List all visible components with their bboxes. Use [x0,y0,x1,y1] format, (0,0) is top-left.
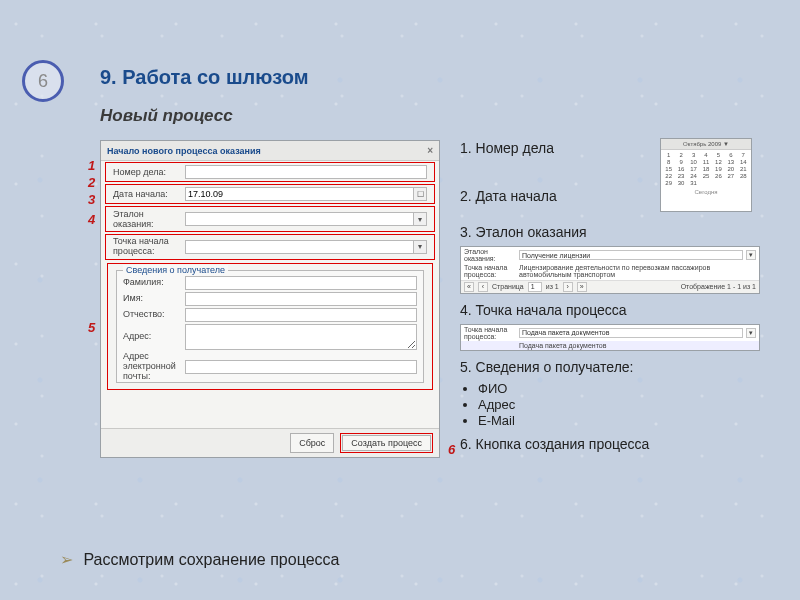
start-point-dropdown-preview: Точка начала процесса: ▾ Подача пакета д… [460,324,760,351]
annotation-6: 6. Кнопка создания процесса [460,436,780,452]
dialog-title-text: Начало нового процесса оказания [107,146,261,156]
firstname-input[interactable] [185,292,417,306]
page-number-badge: 6 [22,60,64,102]
arrow-icon: ➢ [60,551,73,568]
etalon-dropdown-preview: Эталон оказания: ▾ Точка начала процесса… [460,246,760,294]
new-process-dialog: Начало нового процесса оказания × Номер … [100,140,440,458]
annotation-5b: Адрес [478,397,780,412]
page-subtitle: Новый процесс [100,106,233,126]
prev-page-icon[interactable]: ‹ [478,282,488,292]
annotation-1: 1. Номер дела [460,140,780,156]
chevron-down-icon[interactable]: ▾ [746,328,756,338]
address-input[interactable] [185,324,417,350]
annotation-5: 5. Сведения о получателе: [460,359,780,375]
mini1-point-label: Точка начала процесса: [464,264,516,278]
email-input[interactable] [185,360,417,374]
next-page-icon[interactable]: › [563,282,573,292]
chevron-down-icon[interactable]: ▾ [413,212,427,226]
mini2-point-label: Точка начала процесса: [464,326,516,340]
mini1-display: Отображение 1 - 1 из 1 [681,283,756,290]
callout-6: 6 [448,442,455,457]
last-page-icon[interactable]: » [577,282,587,292]
highlight-box-4: Точка начала процесса: ▾ [105,234,435,260]
callout-3: 3 [88,192,95,207]
recipient-fieldset: Сведения о получателе Фамилия: Имя: Отче… [116,270,424,384]
callout-4: 4 [88,212,95,227]
mini2-point-input[interactable] [519,328,743,338]
annotation-5-list: ФИО Адрес E-Mail [478,381,780,428]
dialog-footer: Сброс Создать процесс [101,428,439,457]
annotation-5a: ФИО [478,381,780,396]
annotation-5c: E-Mail [478,413,780,428]
create-process-button[interactable]: Создать процесс [342,435,431,451]
mini1-page-input[interactable] [528,282,542,292]
fieldset-legend: Сведения о получателе [123,265,228,275]
mini1-page-total: из 1 [546,283,559,290]
email-label: Адрес электронной почты: [123,352,181,382]
highlight-box-5: Сведения о получателе Фамилия: Имя: Отче… [107,263,433,391]
patronymic-label: Отчество: [123,310,181,320]
chevron-down-icon[interactable]: ▾ [746,250,756,260]
callout-5: 5 [88,320,95,335]
etalon-input[interactable] [185,212,413,226]
case-number-input[interactable] [185,165,427,179]
page-number: 6 [38,71,48,92]
highlight-box-2: Дата начала: ☐ [105,184,435,204]
annotation-2: 2. Дата начала [460,188,780,204]
first-page-icon[interactable]: « [464,282,474,292]
mini2-option[interactable]: Подача пакета документов [519,342,756,349]
etalon-label: Эталон оказания: [113,209,181,229]
chevron-down-icon[interactable]: ▾ [413,240,427,254]
reset-button[interactable]: Сброс [290,433,334,453]
mini1-etalon-input[interactable] [519,250,743,260]
lastname-label: Фамилия: [123,278,181,288]
callout-2: 2 [88,175,95,190]
page-title: 9. Работа со шлюзом [100,66,309,89]
firstname-label: Имя: [123,294,181,304]
mini1-etalon-label: Эталон оказания: [464,248,516,262]
highlight-box-3: Эталон оказания: ▾ [105,206,435,232]
mini1-desc: Лицензирование деятельности по перевозка… [519,264,756,279]
case-number-label: Номер дела: [113,167,181,177]
highlight-box-6: Создать процесс [340,433,433,453]
mini1-page-label: Страница [492,283,524,290]
patronymic-input[interactable] [185,308,417,322]
lastname-input[interactable] [185,276,417,290]
annotations: 1. Номер дела 2. Дата начала 3. Эталон о… [460,140,780,458]
highlight-box-1: Номер дела: [105,162,435,182]
close-icon[interactable]: × [427,145,433,156]
callout-1: 1 [88,158,95,173]
dialog-titlebar: Начало нового процесса оказания × [101,141,439,161]
annotation-3: 3. Эталон оказания [460,224,780,240]
start-point-input[interactable] [185,240,413,254]
calendar-icon[interactable]: ☐ [413,187,427,201]
address-label: Адрес: [123,332,181,342]
bottom-note: ➢ Рассмотрим сохранение процесса [60,550,339,569]
annotation-4: 4. Точка начала процесса [460,302,780,318]
start-date-input[interactable] [185,187,413,201]
bottom-note-text: Рассмотрим сохранение процесса [83,551,339,568]
start-date-label: Дата начала: [113,189,181,199]
start-point-label: Точка начала процесса: [113,237,181,257]
